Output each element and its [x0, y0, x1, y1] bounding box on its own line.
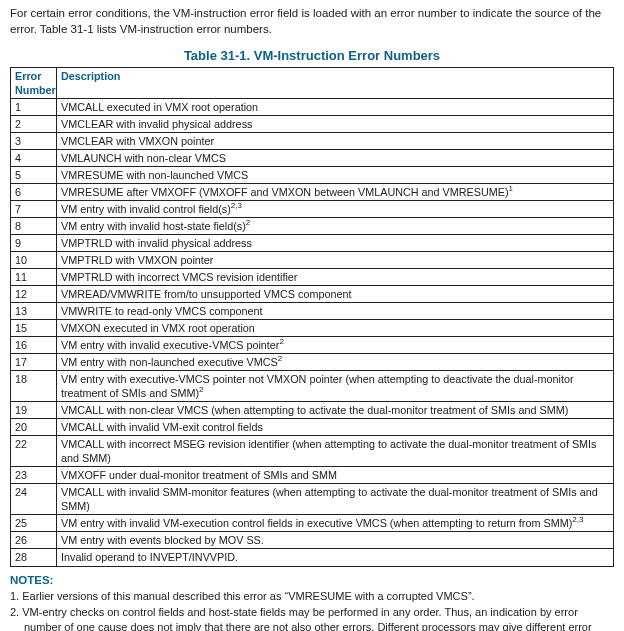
table-row: 15VMXON executed in VMX root operation — [11, 320, 614, 337]
cell-error-number: 19 — [11, 402, 57, 419]
cell-description: VM entry with invalid control field(s)2,… — [57, 200, 614, 217]
table-row: 7VM entry with invalid control field(s)2… — [11, 200, 614, 217]
cell-footnote-ref: 2,3 — [231, 201, 242, 210]
cell-error-number: 13 — [11, 303, 57, 320]
cell-description-text: VMREAD/VMWRITE from/to unsupported VMCS … — [61, 288, 351, 300]
cell-description: VM entry with non-launched executive VMC… — [57, 354, 614, 371]
table-body: 1VMCALL executed in VMX root operation2V… — [11, 98, 614, 566]
cell-error-number: 5 — [11, 166, 57, 183]
cell-description: VMCALL with non-clear VMCS (when attempt… — [57, 402, 614, 419]
table-row: 16VM entry with invalid executive-VMCS p… — [11, 337, 614, 354]
cell-error-number: 11 — [11, 268, 57, 285]
th-error-number: Error Number — [11, 67, 57, 98]
table-row: 17VM entry with non-launched executive V… — [11, 354, 614, 371]
cell-description-text: VMCLEAR with VMXON pointer — [61, 135, 214, 147]
cell-description: VMCALL with invalid VM-exit control fiel… — [57, 419, 614, 436]
cell-error-number: 12 — [11, 285, 57, 302]
cell-error-number: 9 — [11, 234, 57, 251]
table-row: 28Invalid operand to INVEPT/INVVPID. — [11, 549, 614, 566]
cell-error-number: 1 — [11, 98, 57, 115]
cell-description-text: VMRESUME with non-launched VMCS — [61, 169, 248, 181]
cell-error-number: 3 — [11, 132, 57, 149]
cell-description: VM entry with executive-VMCS pointer not… — [57, 371, 614, 402]
notes-list: 1. Earlier versions of this manual descr… — [10, 589, 614, 631]
cell-description: VMLAUNCH with non-clear VMCS — [57, 149, 614, 166]
cell-description: VMCALL with incorrect MSEG revision iden… — [57, 436, 614, 467]
cell-footnote-ref: 2 — [278, 355, 282, 364]
cell-description-text: VMXON executed in VMX root operation — [61, 322, 255, 334]
cell-error-number: 10 — [11, 251, 57, 268]
cell-description: VMCALL with invalid SMM-monitor features… — [57, 484, 614, 515]
cell-description: VM entry with invalid executive-VMCS poi… — [57, 337, 614, 354]
cell-description: VM entry with invalid host-state field(s… — [57, 217, 614, 234]
table-row: 18VM entry with executive-VMCS pointer n… — [11, 371, 614, 402]
cell-description: VMRESUME after VMXOFF (VMXOFF and VMXON … — [57, 183, 614, 200]
note-item: 1. Earlier versions of this manual descr… — [10, 589, 614, 604]
cell-description-text: VMPTRLD with VMXON pointer — [61, 254, 213, 266]
cell-error-number: 25 — [11, 515, 57, 532]
cell-description: VMPTRLD with invalid physical address — [57, 234, 614, 251]
table-row: 24VMCALL with invalid SMM-monitor featur… — [11, 484, 614, 515]
table-row: 10VMPTRLD with VMXON pointer — [11, 251, 614, 268]
table-row: 19VMCALL with non-clear VMCS (when attem… — [11, 402, 614, 419]
cell-description-text: Invalid operand to INVEPT/INVVPID. — [61, 551, 238, 563]
cell-error-number: 16 — [11, 337, 57, 354]
cell-description: VMCLEAR with VMXON pointer — [57, 132, 614, 149]
cell-description-text: VMCALL with invalid VM-exit control fiel… — [61, 421, 263, 433]
cell-description-text: VMCALL executed in VMX root operation — [61, 101, 258, 113]
cell-error-number: 4 — [11, 149, 57, 166]
cell-footnote-ref: 2 — [279, 337, 283, 346]
table-row: 4VMLAUNCH with non-clear VMCS — [11, 149, 614, 166]
cell-description-text: VM entry with invalid executive-VMCS poi… — [61, 339, 279, 351]
cell-description-text: VMPTRLD with incorrect VMCS revision ide… — [61, 271, 297, 283]
cell-description: VMXON executed in VMX root operation — [57, 320, 614, 337]
cell-error-number: 23 — [11, 467, 57, 484]
cell-description: VMPTRLD with VMXON pointer — [57, 251, 614, 268]
cell-description-text: VMLAUNCH with non-clear VMCS — [61, 152, 226, 164]
table-row: 26VM entry with events blocked by MOV SS… — [11, 532, 614, 549]
cell-description-text: VMRESUME after VMXOFF (VMXOFF and VMXON … — [61, 186, 509, 198]
table-row: 25VM entry with invalid VM-execution con… — [11, 515, 614, 532]
cell-description: VMRESUME with non-launched VMCS — [57, 166, 614, 183]
cell-description-text: VMCALL with invalid SMM-monitor features… — [61, 486, 598, 512]
cell-description-text: VM entry with non-launched executive VMC… — [61, 356, 278, 368]
table-row: 1VMCALL executed in VMX root operation — [11, 98, 614, 115]
cell-description-text: VMWRITE to read-only VMCS component — [61, 305, 263, 317]
cell-error-number: 24 — [11, 484, 57, 515]
notes-heading: NOTES: — [10, 573, 614, 589]
cell-error-number: 8 — [11, 217, 57, 234]
cell-footnote-ref: 2 — [199, 386, 203, 395]
cell-footnote-ref: 1 — [509, 184, 513, 193]
cell-description: VM entry with events blocked by MOV SS. — [57, 532, 614, 549]
cell-description-text: VM entry with executive-VMCS pointer not… — [61, 373, 574, 399]
table-row: 20VMCALL with invalid VM-exit control fi… — [11, 419, 614, 436]
cell-footnote-ref: 2,3 — [572, 516, 583, 525]
cell-description: VMCLEAR with invalid physical address — [57, 115, 614, 132]
table-row: 5VMRESUME with non-launched VMCS — [11, 166, 614, 183]
cell-description: VMXOFF under dual-monitor treatment of S… — [57, 467, 614, 484]
cell-description: VMWRITE to read-only VMCS component — [57, 303, 614, 320]
table-title: Table 31-1. VM-Instruction Error Numbers — [10, 47, 614, 65]
error-table: Error Number Description 1VMCALL execute… — [10, 67, 614, 567]
table-header-row: Error Number Description — [11, 67, 614, 98]
table-row: 13VMWRITE to read-only VMCS component — [11, 303, 614, 320]
cell-error-number: 20 — [11, 419, 57, 436]
cell-error-number: 6 — [11, 183, 57, 200]
cell-description-text: VMCALL with non-clear VMCS (when attempt… — [61, 404, 568, 416]
cell-error-number: 22 — [11, 436, 57, 467]
table-row: 11VMPTRLD with incorrect VMCS revision i… — [11, 268, 614, 285]
cell-description: VMREAD/VMWRITE from/to unsupported VMCS … — [57, 285, 614, 302]
cell-error-number: 15 — [11, 320, 57, 337]
table-row: 9VMPTRLD with invalid physical address — [11, 234, 614, 251]
note-item: 2. VM-entry checks on control fields and… — [10, 605, 614, 631]
cell-error-number: 2 — [11, 115, 57, 132]
table-row: 12VMREAD/VMWRITE from/to unsupported VMC… — [11, 285, 614, 302]
cell-description-text: VMPTRLD with invalid physical address — [61, 237, 252, 249]
cell-description-text: VM entry with invalid control field(s) — [61, 203, 231, 215]
cell-description-text: VM entry with invalid VM-execution contr… — [61, 517, 572, 529]
cell-error-number: 26 — [11, 532, 57, 549]
cell-footnote-ref: 2 — [246, 218, 250, 227]
cell-error-number: 18 — [11, 371, 57, 402]
cell-description-text: VM entry with events blocked by MOV SS. — [61, 534, 264, 546]
table-row: 8VM entry with invalid host-state field(… — [11, 217, 614, 234]
